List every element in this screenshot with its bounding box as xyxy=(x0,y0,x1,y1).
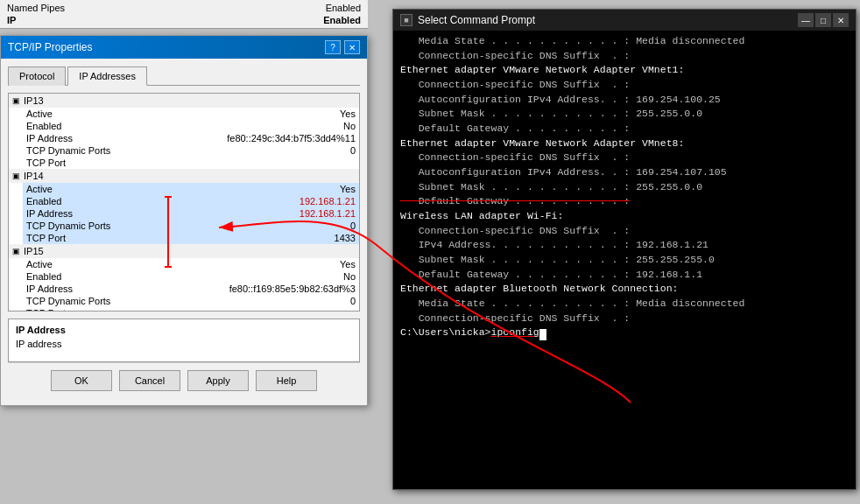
ip15-active-label: Active xyxy=(26,259,53,270)
ip-value: Enabled xyxy=(323,15,361,25)
cmd-minimize-btn[interactable]: — xyxy=(798,13,814,27)
cmd-body: Media State . . . . . . . . . . . : Medi… xyxy=(393,31,856,486)
ip15-tcp-dyn-label: TCP Dynamic Ports xyxy=(26,296,110,306)
apply-button[interactable]: Apply xyxy=(187,370,249,391)
ip14-rows: Active Yes Enabled 192.168.1.21 IP Addre… xyxy=(9,183,359,244)
tcpip-dialog-body: Protocol IP Addresses ▣ IP13 Active Yes … xyxy=(1,59,367,405)
ip13-tcp-dyn-label: TCP Dynamic Ports xyxy=(26,145,110,156)
cmd-window: ■ Select Command Prompt — □ ✕ Media Stat… xyxy=(392,9,856,490)
ip14-enabled-label: Enabled xyxy=(26,196,61,206)
tcpip-titlebar: TCP/IP Properties ? ✕ xyxy=(1,36,367,59)
cmd-title: Select Command Prompt xyxy=(418,14,535,26)
cmd-icon-symbol: ■ xyxy=(404,16,408,24)
ip14-enabled-value: 192.168.1.21 xyxy=(300,196,356,206)
ip14-tcp-port: TCP Port 1433 xyxy=(23,232,359,244)
help-titlebar-btn[interactable]: ? xyxy=(325,40,341,54)
pipes-label: Named Pipes xyxy=(7,3,65,13)
ip-label: IP xyxy=(7,15,16,25)
ip14-enabled: Enabled 192.168.1.21 xyxy=(23,195,359,207)
cmd-line-21: IPv4 Address. . . . . . . . . . . : 192.… xyxy=(400,238,849,253)
ip15-tcp-dyn-value: 0 xyxy=(350,296,356,306)
ip13-active-value: Yes xyxy=(340,108,356,119)
ip15-expand-icon: ▣ xyxy=(12,247,20,256)
cmd-line-28: Connection-specific DNS Suffix . : xyxy=(400,312,849,326)
ip15-tcp-port: TCP Port xyxy=(23,307,359,312)
ip13-label: IP13 xyxy=(24,95,44,106)
cmd-line-8: Subnet Mask . . . . . . . . . . . : 255.… xyxy=(400,107,849,122)
top-strip-row-ip: IP Enabled xyxy=(7,14,361,26)
cmd-line-7: Autoconfiguration IPv4 Address. . : 169.… xyxy=(400,93,849,108)
ip14-tcp-dynamic: TCP Dynamic Ports 0 xyxy=(23,220,359,232)
cmd-line-16: Default Gateway . . . . . . . . . : xyxy=(400,194,849,209)
close-titlebar-btn[interactable]: ✕ xyxy=(344,40,360,54)
ip14-active-value: Yes xyxy=(340,184,356,194)
ip14-active-label: Active xyxy=(26,184,53,194)
ok-button[interactable]: OK xyxy=(51,370,112,391)
cmd-line-2: Connection-specific DNS Suffix . : xyxy=(400,49,849,64)
ip14-ip-label: IP Address xyxy=(26,208,73,219)
ip15-ip-label: IP Address xyxy=(26,284,73,294)
cmd-line-1: Media State . . . . . . . . . . . : Medi… xyxy=(400,34,849,49)
desktop: Named Pipes Enabled IP Enabled TCP/IP Pr… xyxy=(0,0,860,504)
ip13-tcp-port-label: TCP Port xyxy=(26,158,66,168)
ip15-ip-address: IP Address fe80::f169:85e5:9b82:63df%3 xyxy=(23,283,359,295)
ip13-active-label: Active xyxy=(26,108,53,119)
cmd-line-11: Ethernet adapter VMware Network Adapter … xyxy=(400,136,849,151)
ip15-header[interactable]: ▣ IP15 xyxy=(9,244,359,258)
cmd-maximize-btn[interactable]: □ xyxy=(815,13,831,27)
cmd-line-18: Wireless LAN adapter Wi-Fi: xyxy=(400,209,849,224)
ip15-active: Active Yes xyxy=(23,258,359,270)
ip15-active-value: Yes xyxy=(340,259,356,270)
ip13-tcp-dyn-value: 0 xyxy=(350,145,356,156)
ip13-tcp-dynamic: TCP Dynamic Ports 0 xyxy=(23,144,359,157)
cmd-cursor xyxy=(539,329,546,340)
ip13-ip-value: fe80::249c:3d4:b7f5:3dd4%11 xyxy=(227,133,356,144)
tcpip-dialog: TCP/IP Properties ? ✕ Protocol IP Addres… xyxy=(0,35,368,406)
dialog-buttons: OK Cancel Apply Help xyxy=(8,362,360,398)
ip13-expand-icon: ▣ xyxy=(12,96,20,105)
tab-ip-addresses[interactable]: IP Addresses xyxy=(67,66,147,86)
ip14-header[interactable]: ▣ IP14 xyxy=(9,169,359,183)
cancel-button[interactable]: Cancel xyxy=(119,370,180,391)
cmd-line-25: Ethernet adapter Bluetooth Network Conne… xyxy=(400,282,849,297)
ip13-rows: Active Yes Enabled No IP Address fe80::2… xyxy=(9,108,359,169)
cmd-line-13: Connection-specific DNS Suffix . : xyxy=(400,150,849,165)
ip14-ip-address: IP Address 192.168.1.21 xyxy=(23,207,359,220)
tab-bar: Protocol IP Addresses xyxy=(8,66,360,86)
ip14-expand-icon: ▣ xyxy=(12,172,20,180)
cmd-titlebar-buttons: — □ ✕ xyxy=(798,13,849,27)
cmd-line-prompt: C:\Users\nicka>ipconfig xyxy=(400,326,849,340)
ip13-header[interactable]: ▣ IP13 xyxy=(9,94,359,108)
ip13-active: Active Yes xyxy=(23,108,359,120)
tab-protocol[interactable]: Protocol xyxy=(8,66,66,86)
cmd-line-9: Default Gateway . . . . . . . . . : xyxy=(400,122,849,136)
help-button[interactable]: Help xyxy=(256,370,317,391)
ip14-tcp-dyn-value: 0 xyxy=(350,220,356,231)
cmd-line-15: Subnet Mask . . . . . . . . . . . : 255.… xyxy=(400,180,849,195)
ip14-tcp-port-label: TCP Port xyxy=(26,233,66,243)
top-strip-row-pipes: Named Pipes Enabled xyxy=(7,2,361,14)
cmd-line-22: Subnet Mask . . . . . . . . . . . : 255.… xyxy=(400,253,849,268)
ip-list[interactable]: ▣ IP13 Active Yes Enabled No IP Address … xyxy=(8,93,360,312)
ip-address-subtitle: IP address xyxy=(16,339,352,349)
cmd-line-4: Ethernet adapter VMware Network Adapter … xyxy=(400,63,849,78)
cmd-line-14: Autoconfiguration IPv4 Address. . : 169.… xyxy=(400,165,849,180)
ip14-label: IP14 xyxy=(24,171,44,181)
cmd-line-23: Default Gateway . . . . . . . . . : 192.… xyxy=(400,268,849,283)
cmd-window-icon: ■ xyxy=(400,14,412,26)
cmd-close-btn[interactable]: ✕ xyxy=(833,13,849,27)
ip13-enabled-value: No xyxy=(343,121,356,131)
ip-address-section: IP Address IP address xyxy=(8,318,360,362)
pipes-value: Enabled xyxy=(326,3,361,13)
tcpip-title: TCP/IP Properties xyxy=(8,41,92,53)
ip15-enabled-label: Enabled xyxy=(26,271,61,282)
ip13-tcp-port: TCP Port xyxy=(23,157,359,169)
ip14-ip-value: 192.168.1.21 xyxy=(300,208,356,219)
ip15-enabled-value: No xyxy=(343,271,356,282)
cmd-line-20: Connection-specific DNS Suffix . : xyxy=(400,224,849,239)
cmd-line-6: Connection-specific DNS Suffix . : xyxy=(400,78,849,93)
cmd-line-27: Media State . . . . . . . . . . . : Medi… xyxy=(400,297,849,312)
ip15-tcp-dynamic: TCP Dynamic Ports 0 xyxy=(23,295,359,307)
cmd-titlebar: ■ Select Command Prompt — □ ✕ xyxy=(393,10,856,31)
ip15-rows: Active Yes Enabled No IP Address fe80::f… xyxy=(9,258,359,312)
